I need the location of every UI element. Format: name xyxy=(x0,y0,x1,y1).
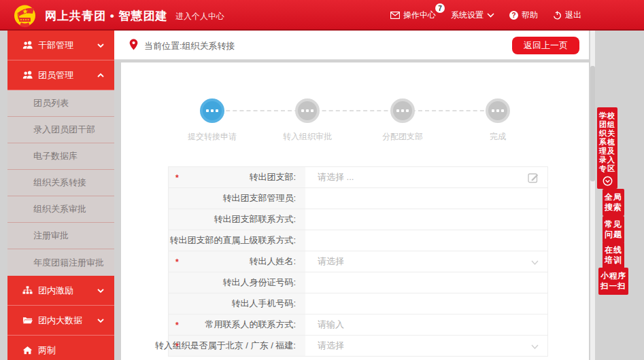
field-label: * 转出人姓名: xyxy=(169,251,305,272)
faq-badge[interactable]: 常见 问题 xyxy=(603,216,624,243)
breadcrumb-bar: 当前位置:组织关系转接 返回上一页 xyxy=(114,31,589,60)
notification-badge: 7 xyxy=(435,3,445,13)
edit-icon[interactable] xyxy=(528,172,539,183)
form-row-contact-method: * 常用联系人的联系方式: 请输入 xyxy=(169,314,547,336)
form-row-superior-contact: 转出团支部的直属上级联系方式: xyxy=(169,230,547,251)
required-marker: * xyxy=(175,173,179,183)
sidebar-item-two-systems[interactable]: 两制 xyxy=(7,336,114,360)
sidebar-item-label: 干部管理 xyxy=(38,39,97,52)
step-circle xyxy=(390,98,415,123)
step-complete: 完成 xyxy=(450,98,545,143)
app-header: 网上共青团 • 智慧团建 进入个人中心 操作中心 7 系统设置 ? 帮助 退出 xyxy=(0,0,644,31)
chevron-down-icon xyxy=(487,13,494,18)
out-person-name-select[interactable]: 请选择 xyxy=(305,251,547,272)
sidebar-item-big-data[interactable]: 团内大数据 xyxy=(7,306,114,336)
transfer-form: * 转出团支部: 请选择 ... 转出团支部管理员: 转出团支部联系方式: 转出… xyxy=(168,166,548,357)
field-label: 转出人手机号码: xyxy=(169,293,305,314)
sitemap-icon xyxy=(22,285,33,295)
form-row-id-number: 转出人身份证号码: xyxy=(169,272,547,293)
sidebar-subitem-member-list[interactable]: 团员列表 xyxy=(7,90,114,117)
scrollbar-track xyxy=(590,31,595,360)
out-branch-contact-value xyxy=(305,209,547,230)
member-management-submenu: 团员列表 录入团员团干部 电子数据库 组织关系转接 组织关系审批 注册审批 年度… xyxy=(7,90,114,276)
step-circle xyxy=(295,98,320,123)
step-label: 提交转接申请 xyxy=(165,131,260,143)
step-label: 转入组织审批 xyxy=(260,131,355,143)
logout-label: 退出 xyxy=(565,10,581,21)
chevron-up-icon xyxy=(97,71,105,79)
phone-number-value xyxy=(305,293,547,314)
chevron-down-icon xyxy=(530,342,539,351)
header-nav: 操作中心 7 系统设置 ? 帮助 退出 xyxy=(390,0,581,31)
step-label: 完成 xyxy=(450,131,545,143)
school-org-zone-badge[interactable]: 学校 团组 织关 系梳 理及 录入 专区 xyxy=(597,107,617,189)
sidebar-subitem-enter-members[interactable]: 录入团员团干部 xyxy=(7,117,114,143)
online-training-badge[interactable]: 在线 培训 xyxy=(603,242,624,269)
contact-method-input[interactable]: 请输入 xyxy=(305,314,547,335)
sidebar-item-label: 两制 xyxy=(38,344,105,357)
sidebar-item-member-management[interactable]: 团员管理 xyxy=(7,60,114,90)
field-label: * 转出团支部: xyxy=(169,167,305,187)
step-label: 分配团支部 xyxy=(355,131,450,143)
target-region-select[interactable]: 请选择 xyxy=(305,336,547,356)
form-row-out-branch: * 转出团支部: 请选择 ... xyxy=(169,167,547,188)
sidebar-item-cadre-management[interactable]: 干部管理 xyxy=(7,31,114,60)
transfer-stepper: 提交转接申请 转入组织审批 分配团支部 完成 xyxy=(121,62,589,151)
breadcrumb: 当前位置:组织关系转接 xyxy=(144,40,235,52)
chevron-down-icon xyxy=(97,287,105,295)
form-row-target-region: * 转入组织是否属于北京 / 广东 / 福建: 请选择 xyxy=(169,336,547,357)
location-pin-icon xyxy=(129,39,138,50)
form-row-out-person-name: * 转出人姓名: 请选择 xyxy=(169,251,547,272)
action-center-link[interactable]: 操作中心 7 xyxy=(390,10,436,21)
required-marker: * xyxy=(175,257,179,267)
sidebar-item-label: 团内激励 xyxy=(38,285,97,297)
chevron-down-icon xyxy=(97,41,105,50)
picker-placeholder: 请选择 ... xyxy=(318,171,354,183)
form-row-phone-number: 转出人手机号码: xyxy=(169,293,547,314)
home-icon xyxy=(22,345,33,355)
users-icon xyxy=(22,40,33,50)
back-button[interactable]: 返回上一页 xyxy=(512,37,579,54)
sidebar: 干部管理 团员管理 团员列表 录入团员团干部 电子数据库 组织关系转接 组织关系… xyxy=(7,31,114,360)
out-branch-picker[interactable]: 请选择 ... xyxy=(305,167,547,187)
field-label: * 转入组织是否属于北京 / 广东 / 福建: xyxy=(169,336,305,356)
field-label: 转出团支部的直属上级联系方式: xyxy=(169,230,305,251)
select-placeholder: 请选择 xyxy=(318,340,344,352)
form-row-out-branch-contact: 转出团支部联系方式: xyxy=(169,209,547,230)
app-root: 网上共青团 • 智慧团建 进入个人中心 操作中心 7 系统设置 ? 帮助 退出 xyxy=(0,0,644,360)
required-marker: * xyxy=(175,342,179,351)
form-row-out-branch-admin: 转出团支部管理员: xyxy=(169,188,547,209)
app-title: 网上共青团 • 智慧团建 xyxy=(45,8,167,24)
sidebar-subitem-edatabase[interactable]: 电子数据库 xyxy=(7,143,114,170)
sidebar-subitem-org-relation-approval[interactable]: 组织关系审批 xyxy=(7,196,114,223)
field-label: * 常用联系人的联系方式: xyxy=(169,314,305,335)
select-placeholder: 请选择 xyxy=(318,255,344,268)
folder-icon xyxy=(22,315,33,325)
superior-contact-value xyxy=(305,230,547,251)
miniprogram-scan-badge[interactable]: 小程序 扫一扫 xyxy=(598,268,628,295)
chevron-down-icon xyxy=(97,317,105,325)
step-assign-branch: 分配团支部 xyxy=(355,98,450,143)
input-placeholder: 请输入 xyxy=(318,319,344,331)
chevron-down-icon xyxy=(530,258,539,267)
action-center-label: 操作中心 xyxy=(403,10,436,21)
system-settings-label: 系统设置 xyxy=(451,10,484,21)
sidebar-subitem-registration-approval[interactable]: 注册审批 xyxy=(7,223,114,249)
power-icon xyxy=(553,11,562,20)
sidebar-subitem-annual-registration-approval[interactable]: 年度团籍注册审批 xyxy=(7,249,114,276)
mail-icon xyxy=(390,12,400,19)
global-search-badge[interactable]: 全局 搜索 xyxy=(603,189,624,216)
help-label: 帮助 xyxy=(522,10,538,21)
system-settings-menu[interactable]: 系统设置 xyxy=(451,10,494,21)
personal-center-link[interactable]: 进入个人中心 xyxy=(175,11,224,22)
logout-link[interactable]: 退出 xyxy=(553,10,581,21)
step-org-approval: 转入组织审批 xyxy=(260,98,355,143)
content-panel: 提交转接申请 转入组织审批 分配团支部 完成 * 转出团支部: xyxy=(121,62,589,360)
scrollbar-thumb[interactable] xyxy=(590,66,595,181)
help-link[interactable]: ? 帮助 xyxy=(509,10,538,21)
sidebar-item-incentives[interactable]: 团内激励 xyxy=(7,276,114,306)
field-label: 转出团支部联系方式: xyxy=(169,209,305,230)
question-icon: ? xyxy=(509,11,518,20)
sidebar-subitem-org-relation-transfer[interactable]: 组织关系转接 xyxy=(7,170,114,196)
out-branch-admin-value xyxy=(305,188,547,209)
